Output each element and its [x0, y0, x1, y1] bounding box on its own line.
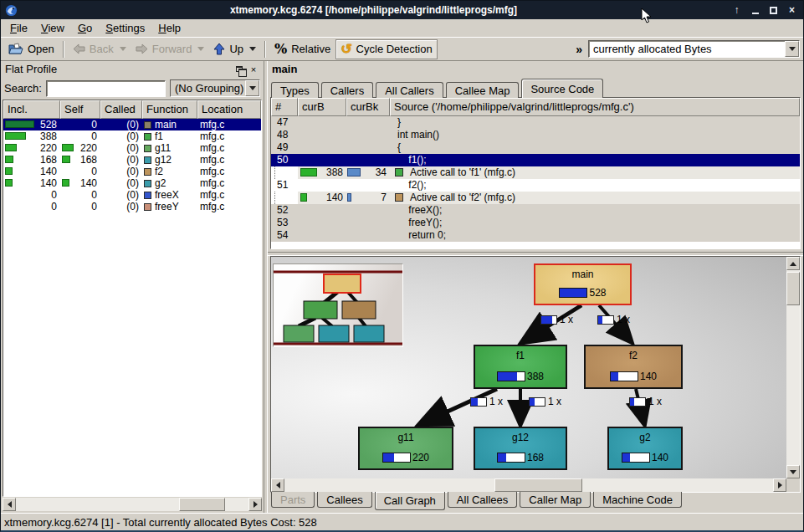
source-line[interactable]: 52 freeX();: [271, 204, 800, 217]
edge-label-f2-g2[interactable]: 1 x: [629, 396, 662, 407]
source-line[interactable]: 54 return 0;: [271, 229, 800, 242]
scroll-right-button[interactable]: [248, 498, 262, 511]
scrollbar-thumb[interactable]: [179, 498, 225, 511]
triangle-down-icon: [790, 470, 796, 474]
horizontal-scrollbar[interactable]: [271, 478, 786, 492]
function-color-swatch: [144, 192, 151, 199]
active-call-row[interactable]: 140 7 Active call to 'f2' (mfg.c): [271, 192, 800, 204]
edge-label-f1-g12[interactable]: 1 x: [529, 396, 561, 407]
function-color-swatch: [395, 168, 403, 176]
source-line[interactable]: 53 freeY();: [271, 217, 800, 229]
table-row[interactable]: 528 0 (0) main mfg.c: [3, 119, 261, 130]
menu-file[interactable]: File: [3, 20, 34, 37]
horizontal-scrollbar[interactable]: [3, 498, 262, 511]
maximize-button[interactable]: [766, 3, 781, 17]
graph-node-f1[interactable]: f1 388: [474, 345, 567, 389]
scrollbar-track[interactable]: [786, 270, 800, 465]
vertical-scrollbar[interactable]: [786, 257, 800, 478]
table-row[interactable]: 140 0 (0) f2 mfg.c: [3, 166, 261, 177]
scrollbar-track[interactable]: [16, 498, 248, 511]
close-button[interactable]: ×: [785, 3, 799, 17]
function-color-swatch: [144, 203, 151, 211]
source-line[interactable]: 49 {: [271, 141, 800, 154]
source-line[interactable]: 48 int main(): [271, 129, 800, 141]
scrollbar-track[interactable]: [284, 478, 773, 492]
tab-all-callees[interactable]: All Callees: [448, 492, 517, 508]
toolbar-overflow-chevron[interactable]: »: [571, 43, 587, 56]
maximize-icon: [770, 7, 777, 14]
source-line[interactable]: 51 f2();: [271, 179, 800, 192]
tab-caller-map[interactable]: Caller Map: [520, 492, 591, 508]
source-line-selected[interactable]: 50 f1();: [271, 154, 800, 166]
forward-button[interactable]: Forward: [131, 39, 209, 59]
menu-settings[interactable]: Settings: [99, 20, 151, 37]
scroll-left-button[interactable]: [271, 478, 284, 492]
tab-types[interactable]: Types: [271, 82, 319, 98]
column-header-source[interactable]: Source ('/home/philippe/valgrind/littlep…: [390, 98, 800, 116]
grouping-combobox[interactable]: (No Grouping): [170, 79, 260, 97]
scroll-left-button[interactable]: [3, 498, 16, 511]
menu-help[interactable]: Help: [151, 20, 187, 37]
column-header-line[interactable]: #: [271, 98, 298, 116]
tab-callees[interactable]: Callees: [317, 492, 371, 508]
dock-close-button[interactable]: ×: [248, 64, 259, 74]
graph-node-g12[interactable]: g12 168: [474, 427, 567, 470]
back-button[interactable]: Back: [69, 39, 131, 59]
cost-bar: [62, 179, 69, 187]
scrollbar-thumb[interactable]: [494, 478, 582, 492]
tab-callers[interactable]: Callers: [321, 82, 373, 98]
column-header-curb[interactable]: curB: [298, 98, 346, 116]
relative-toggle-button[interactable]: % Relative: [270, 39, 335, 59]
triangle-right-icon: [253, 501, 258, 508]
search-input[interactable]: [46, 80, 166, 97]
shade-button[interactable]: ↑: [730, 3, 744, 17]
event-type-combobox[interactable]: currently allocated Bytes: [588, 40, 800, 58]
tab-all-callers[interactable]: All Callers: [376, 82, 443, 98]
graph-node-g2[interactable]: g2 140: [607, 427, 683, 470]
edge-label-main-f2[interactable]: 1 x: [597, 314, 630, 325]
column-header-location[interactable]: Location: [197, 100, 261, 119]
open-button[interactable]: Open: [4, 39, 59, 59]
active-call-row[interactable]: 388 34 Active call to 'f1' (mfg.c): [271, 166, 800, 179]
menu-view[interactable]: View: [34, 20, 71, 37]
call-graph-canvas[interactable]: main 528 f1 388 f2 140 g11 220: [271, 257, 786, 478]
cost-bar: [5, 167, 13, 175]
column-header-curbk[interactable]: curBk: [346, 98, 390, 116]
minimize-button[interactable]: [748, 3, 762, 17]
edge-label-main-f1[interactable]: 1 x: [540, 314, 573, 325]
tab-parts[interactable]: Parts: [271, 492, 315, 508]
tree-branch-icon: [274, 166, 275, 179]
tab-callee-map[interactable]: Callee Map: [446, 82, 520, 98]
triangle-up-icon: [790, 262, 796, 266]
scroll-up-button[interactable]: [786, 257, 800, 270]
combo-dropdown-button[interactable]: [785, 41, 799, 57]
tab-call-graph[interactable]: Call Graph: [375, 492, 445, 510]
menu-go[interactable]: Go: [71, 20, 99, 37]
column-header-called[interactable]: Called: [100, 100, 142, 119]
cycle-detection-toggle-button[interactable]: ↺ Cycle Detection: [335, 39, 437, 59]
table-row[interactable]: 388 0 (0) f1 mfg.c: [3, 130, 261, 142]
dock-float-button[interactable]: [233, 64, 245, 74]
scroll-right-button[interactable]: [773, 478, 786, 492]
scrollbar-thumb[interactable]: [786, 272, 800, 305]
tab-source-code[interactable]: Source Code: [521, 79, 603, 98]
table-row[interactable]: 140 140 (0) g2 mfg.c: [3, 177, 261, 189]
column-header-function[interactable]: Function: [142, 100, 197, 119]
table-row[interactable]: 168 168 (0) g12 mfg.c: [3, 154, 261, 166]
column-header-incl[interactable]: Incl.: [3, 100, 60, 119]
graph-node-f2[interactable]: f2 140: [584, 345, 683, 389]
edge-label-f1-g11[interactable]: 1 x: [470, 396, 503, 407]
source-line[interactable]: 47 }: [271, 116, 800, 129]
graph-node-main[interactable]: main 528: [534, 263, 632, 305]
function-color-swatch: [395, 193, 403, 202]
column-header-self[interactable]: Self: [60, 100, 100, 119]
graph-overview-minimap[interactable]: [273, 263, 403, 347]
tab-machine-code[interactable]: Machine Code: [593, 492, 682, 508]
graph-node-g11[interactable]: g11 220: [358, 427, 453, 470]
combo-dropdown-button[interactable]: [245, 80, 259, 96]
scroll-down-button[interactable]: [786, 465, 800, 478]
table-row[interactable]: 0 0 (0) freeX mfg.c: [3, 189, 261, 201]
table-row[interactable]: 220 220 (0) g11 mfg.c: [3, 142, 261, 154]
up-button[interactable]: Up: [209, 39, 260, 59]
table-row[interactable]: 0 0 (0) freeY mfg.c: [3, 201, 261, 212]
